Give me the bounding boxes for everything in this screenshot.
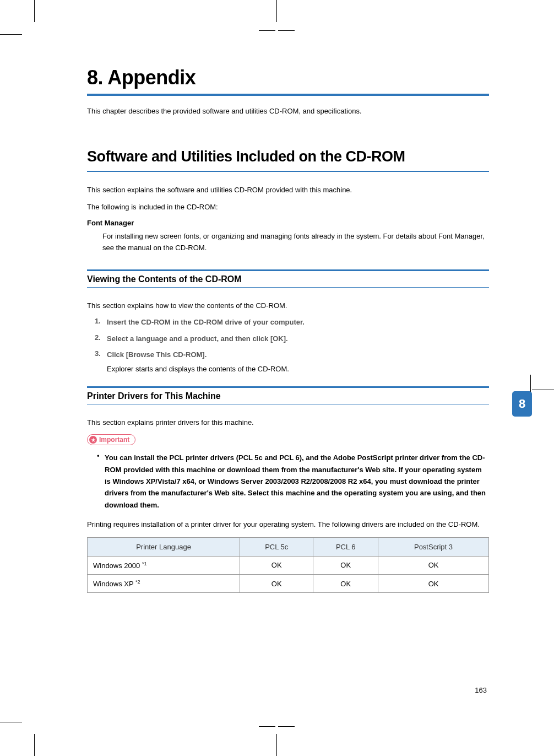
important-label-text: Important [99,436,129,444]
chapter-rule [87,94,489,96]
crop-mark [276,734,277,756]
font-manager-heading: Font Manager [87,219,489,227]
star-icon: ★ [89,436,97,444]
chapter-tab: 8 [512,391,532,417]
step-number: 2. [95,333,107,344]
crop-mark [259,726,275,727]
crop-mark [276,0,277,22]
list-item: 2. Select a language and a product, and … [95,333,489,344]
driver-table: Printer Language PCL 5c PCL 6 PostScript… [87,537,489,593]
section-title: Software and Utilities Included on the C… [87,148,489,165]
table-cell: OK [313,556,378,574]
page-number: 163 [475,686,487,694]
superscript: *2 [135,579,140,585]
crop-mark [278,726,295,727]
subsection-intro: This section explains printer drivers fo… [87,417,489,428]
table-header-row: Printer Language PCL 5c PCL 6 PostScript… [88,537,489,556]
font-manager-body: For installing new screen fonts, or orga… [102,230,489,254]
os-name: Windows XP [93,580,135,588]
table-cell: OK [378,575,489,593]
table-header: Printer Language [88,537,240,556]
step-text: Insert the CD-ROM in the CD-ROM drive of… [107,317,305,328]
section-rule [87,171,489,172]
subsection-rule-bottom [87,287,489,288]
subsection-title: Printer Drivers for This Machine [87,391,489,401]
os-name: Windows 2000 [93,561,142,570]
step-main: Click [Browse This CD-ROM]. [107,350,207,359]
step-subtext: Explorer starts and displays the content… [107,364,289,375]
bullet-icon: • [97,452,105,511]
bullet-text: You can install the PCL printer drivers … [105,452,489,511]
table-cell: OK [378,556,489,574]
step-number: 3. [95,349,107,374]
important-badge: ★ Important [87,434,135,445]
step-text: Click [Browse This CD-ROM]. Explorer sta… [107,349,289,374]
step-number: 1. [95,317,107,328]
table-cell: OK [240,575,313,593]
page-content: 8. Appendix This chapter describes the p… [87,66,489,593]
subsection-rule-bottom [87,404,489,404]
after-bullet-para: Printing requires installation of a prin… [87,519,489,530]
table-row: Windows XP *2 OK OK OK [88,575,489,593]
list-item: 3. Click [Browse This CD-ROM]. Explorer … [95,349,489,374]
subsection-rule-top [87,386,489,388]
superscript: *1 [142,561,147,566]
crop-mark [259,30,275,31]
subsection-viewing: Viewing the Contents of the CD-ROM This … [87,269,489,374]
crop-mark [532,390,554,390]
crop-mark [0,34,22,35]
subsection-intro: This section explains how to view the co… [87,300,489,311]
table-header: PCL 6 [313,537,378,556]
list-item: 1. Insert the CD-ROM in the CD-ROM drive… [95,317,489,328]
table-header: PCL 5c [240,537,313,556]
crop-mark [34,734,35,756]
table-cell: OK [313,575,378,593]
crop-mark [0,722,22,722]
table-cell: Windows 2000 *1 [88,556,240,574]
bullet-item: • You can install the PCL printer driver… [97,452,489,511]
crop-mark [34,0,35,22]
subsection-title: Viewing the Contents of the CD-ROM [87,274,489,284]
table-header: PostScript 3 [378,537,489,556]
table-cell: OK [240,556,313,574]
section-intro-2: The following is included in the CD-ROM: [87,201,489,213]
step-text: Select a language and a product, and the… [107,333,288,344]
table-cell: Windows XP *2 [88,575,240,593]
subsection-drivers: Printer Drivers for This Machine This se… [87,386,489,593]
subsection-rule-top [87,269,489,271]
crop-mark [278,30,295,31]
section-intro-1: This section explains the software and u… [87,184,489,196]
table-row: Windows 2000 *1 OK OK OK [88,556,489,574]
chapter-title: 8. Appendix [87,66,489,89]
chapter-description: This chapter describes the provided soft… [87,107,489,115]
numbered-list: 1. Insert the CD-ROM in the CD-ROM drive… [95,317,489,374]
